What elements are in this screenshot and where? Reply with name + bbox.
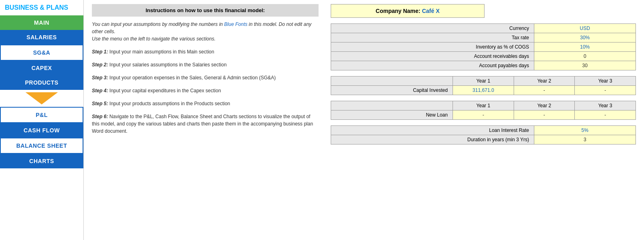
loan-data-row: New Loan - - -: [331, 110, 636, 120]
payables-label: Account payables days: [331, 61, 534, 70]
settings-row-payables: Account payables days 30: [331, 61, 636, 70]
instructions-panel: Instructions on how to use this financia…: [92, 4, 319, 236]
loan-duration-label: Duration in years (min 3 Yrs): [331, 135, 534, 144]
loan-year1-value[interactable]: -: [453, 110, 514, 120]
tax-value[interactable]: 30%: [534, 33, 636, 42]
company-name: Café X: [422, 8, 440, 14]
logo-ampersand: &: [40, 4, 46, 11]
capital-year3-value[interactable]: -: [575, 86, 636, 95]
instructions-header: Instructions on how to use this financia…: [92, 4, 319, 17]
loan-interest-value[interactable]: 5%: [534, 126, 636, 135]
step6-text: Step 6: Navigate to the P&L, Cash Flow, …: [92, 113, 319, 135]
nav-main[interactable]: MAIN: [0, 15, 83, 30]
nav-cashflow[interactable]: CASH FLOW: [0, 123, 83, 138]
receivables-label: Account receivables days: [331, 52, 534, 61]
logo-text1: BUSINESS: [5, 4, 40, 11]
settings-table: Currency USD Tax rate 30% Inventory as %…: [331, 23, 636, 70]
step2-text: Step 2: Input your salaries assumptions …: [92, 61, 319, 68]
settings-row-currency: Currency USD: [331, 24, 636, 33]
capital-year1-value[interactable]: 311,671.0: [453, 86, 514, 95]
new-loan-label: New Loan: [331, 110, 453, 120]
loan-table: Year 1 Year 2 Year 3 New Loan - - -: [331, 101, 636, 120]
intro-line3: Use the menu on the left to navigate the…: [92, 36, 216, 42]
loan-duration-value[interactable]: 3: [534, 135, 636, 144]
main-content: Instructions on how to use this financia…: [84, 0, 644, 240]
loan-header-row: Year 1 Year 2 Year 3: [331, 101, 636, 110]
arrow-divider: [0, 90, 83, 107]
capital-year2-value[interactable]: -: [514, 86, 575, 95]
company-label: Company Name:: [376, 8, 420, 14]
inventory-label: Inventory as % of COGS: [331, 42, 534, 52]
intro-blue: Blue Fonts: [224, 21, 247, 27]
loan-year3-header: Year 3: [575, 101, 636, 110]
capital-year2-header: Year 2: [514, 76, 575, 86]
loan-duration-row: Duration in years (min 3 Yrs) 3: [331, 135, 636, 144]
step1-text: Step 1: Input your main assumptions in t…: [92, 48, 319, 55]
nav-capex[interactable]: CAPEX: [0, 61, 83, 75]
step3-text: Step 3: Input your operation expenses in…: [92, 74, 319, 81]
loan-empty-header: [331, 101, 453, 110]
capital-year3-header: Year 3: [575, 76, 636, 86]
capital-year1-header: Year 1: [453, 76, 514, 86]
logo-text2: PLANS: [46, 4, 68, 11]
settings-row-receivables: Account receivables days 0: [331, 52, 636, 61]
payables-value[interactable]: 30: [534, 61, 636, 70]
instructions-intro: You can input your assumptions by modify…: [92, 21, 319, 42]
capital-invested-label: Capital Invested: [331, 86, 453, 95]
loan-year2-value[interactable]: -: [514, 110, 575, 120]
capital-header-row: Year 1 Year 2 Year 3: [331, 76, 636, 86]
nav-sga[interactable]: SG&A: [0, 45, 83, 61]
nav-pl[interactable]: P&L: [0, 107, 83, 123]
nav-charts[interactable]: CHARTS: [0, 154, 83, 168]
currency-value[interactable]: USD: [534, 24, 636, 33]
loan-interest-row: Loan Interest Rate 5%: [331, 126, 636, 135]
nav-products[interactable]: PRODUCTS: [0, 75, 83, 90]
sidebar: BUSINESS & PLANS MAIN SALARIES SG&A CAPE…: [0, 0, 84, 240]
capital-data-row: Capital Invested 311,671.0 - -: [331, 86, 636, 95]
logo: BUSINESS & PLANS: [0, 0, 83, 15]
step4-text: Step 4: Input your capital expenditures …: [92, 87, 319, 94]
settings-row-inventory: Inventory as % of COGS 10%: [331, 42, 636, 52]
settings-row-tax: Tax rate 30%: [331, 33, 636, 42]
loan-settings-table: Loan Interest Rate 5% Duration in years …: [331, 125, 636, 144]
loan-year1-header: Year 1: [453, 101, 514, 110]
nav-salaries[interactable]: SALARIES: [0, 30, 83, 45]
capital-table: Year 1 Year 2 Year 3 Capital Invested 31…: [331, 76, 636, 95]
right-panel: Company Name: Café X Currency USD Tax ra…: [331, 4, 636, 236]
company-name-box: Company Name: Café X: [331, 4, 485, 18]
arrow-down-icon: [26, 92, 58, 104]
capital-empty-header: [331, 76, 453, 86]
tax-label: Tax rate: [331, 33, 534, 42]
loan-year2-header: Year 2: [514, 101, 575, 110]
loan-year3-value[interactable]: -: [575, 110, 636, 120]
nav-balancesheet[interactable]: BALANCE SHEET: [0, 138, 83, 154]
loan-interest-label: Loan Interest Rate: [331, 126, 534, 135]
inventory-value[interactable]: 10%: [534, 42, 636, 52]
receivables-value[interactable]: 0: [534, 52, 636, 61]
intro-line1: You can input your assumptions by modify…: [92, 21, 223, 27]
currency-label: Currency: [331, 24, 534, 33]
step5-text: Step 5: Input your products assumptions …: [92, 100, 319, 107]
